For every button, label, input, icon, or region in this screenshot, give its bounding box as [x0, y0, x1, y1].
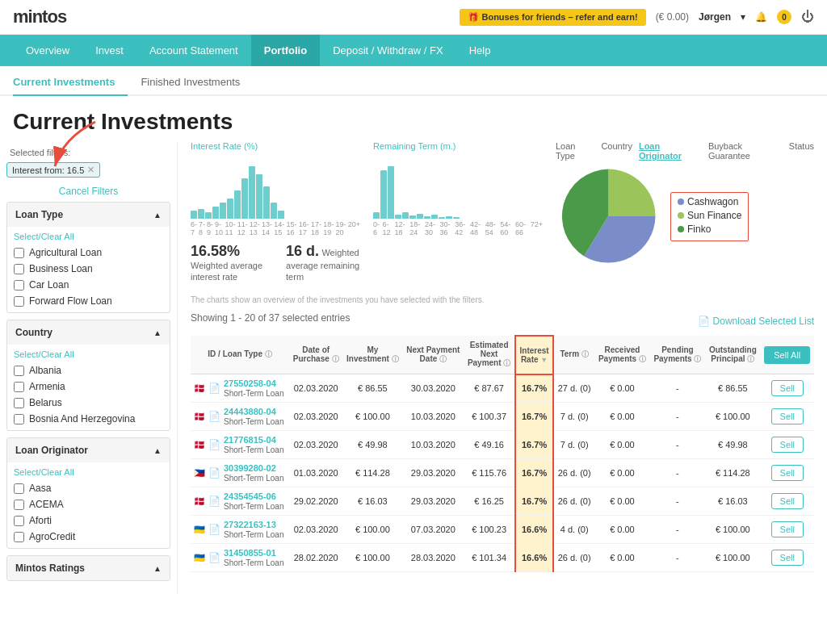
cancel-filters-link[interactable]: Cancel Filters: [6, 186, 170, 197]
sell-button[interactable]: Sell: [771, 437, 804, 453]
country-select-clear[interactable]: Select/Clear All: [14, 349, 163, 359]
sell-button[interactable]: Sell: [771, 493, 804, 509]
doc-icon: 📄: [208, 496, 220, 507]
filter-section-originator-header[interactable]: Loan Originator ▲: [7, 438, 170, 462]
filter-section-loan-type-header[interactable]: Loan Type ▲: [7, 203, 170, 227]
nav-item-portfolio[interactable]: Portfolio: [251, 35, 320, 66]
loan-id[interactable]: 21776815-04: [224, 435, 283, 445]
filter-item-business[interactable]: Business Loan: [14, 261, 163, 277]
loan-id[interactable]: 30399280-02: [224, 463, 283, 473]
notification-icon[interactable]: 🔔: [755, 11, 767, 23]
armenia-checkbox[interactable]: [14, 382, 24, 392]
tab-finished-investments[interactable]: Finished Investments: [141, 69, 253, 94]
filter-item-forward-flow[interactable]: Forward Flow Loan: [14, 293, 163, 309]
cell-investment: € 16.03: [342, 487, 402, 516]
term-bar-6: [409, 215, 416, 219]
acema-checkbox[interactable]: [14, 500, 24, 510]
sell-all-button[interactable]: Sell All: [764, 346, 810, 364]
cell-investment: € 86.55: [342, 374, 402, 403]
selected-filters-label: Selected filters:: [6, 148, 170, 157]
table-row: 🇺🇦 📄 27322163-13 Short-Term Loan 02.03.2…: [191, 516, 814, 544]
sell-button[interactable]: Sell: [771, 521, 804, 537]
filter-section-country-header[interactable]: Country ▲: [7, 320, 170, 345]
sell-button[interactable]: Sell: [771, 550, 804, 566]
filter-item-bosnia[interactable]: Bosnia And Herzegovina: [14, 411, 163, 427]
investment-info-icon[interactable]: ⓘ: [392, 355, 399, 363]
cell-term: 27 d. (0): [553, 374, 594, 403]
filter-item-acema[interactable]: ACEMA: [14, 496, 163, 512]
nav-item-deposit[interactable]: Deposit / Withdraw / FX: [320, 35, 456, 66]
bonus-banner[interactable]: 🎁 Bonuses for friends – refer and earn!: [460, 9, 645, 26]
pie-tab-loan-originator[interactable]: Loan Originator: [639, 141, 702, 161]
filter-item-car[interactable]: Car Loan: [14, 277, 163, 293]
tab-current-investments[interactable]: Current Investments: [13, 69, 128, 96]
cell-id: 🇩🇰 📄 24354545-06 Short-Term Loan: [191, 487, 289, 516]
sell-button[interactable]: Sell: [771, 380, 804, 396]
pie-tab-country[interactable]: Country: [601, 141, 632, 161]
sell-button[interactable]: Sell: [771, 408, 804, 424]
cell-rate: 16.7%: [515, 459, 553, 487]
bosnia-checkbox[interactable]: [14, 414, 24, 424]
rp-info-icon[interactable]: ⓘ: [639, 355, 646, 363]
belarus-checkbox[interactable]: [14, 398, 24, 408]
pie-tab-loan-type[interactable]: Loan Type: [556, 141, 594, 161]
op-info-icon[interactable]: ⓘ: [747, 355, 754, 363]
loan-id[interactable]: 27550258-04: [224, 378, 283, 388]
cell-term: 26 d. (0): [553, 459, 594, 487]
legend-cashwagon: Cashwagon: [678, 196, 741, 207]
nav-item-help[interactable]: Help: [456, 35, 504, 66]
originator-select-clear[interactable]: Select/Clear All: [14, 467, 163, 477]
remaining-term-bars: [373, 154, 543, 219]
id-info-icon[interactable]: ⓘ: [265, 350, 272, 358]
loan-id[interactable]: 24354545-06: [224, 491, 283, 501]
agrocredit-checkbox[interactable]: [14, 532, 24, 542]
filter-item-aasa[interactable]: Aasa: [14, 480, 163, 496]
originator-chevron-up-icon: ▲: [153, 446, 162, 455]
loan-id[interactable]: 24443880-04: [224, 407, 283, 416]
filter-section-loan-type-body: Select/Clear All Agricultural Loan Busin…: [7, 227, 170, 312]
filter-item-armenia[interactable]: Armenia: [14, 378, 163, 395]
filter-item-agricultural[interactable]: Agricultural Loan: [14, 245, 163, 261]
pie-tab-status[interactable]: Status: [789, 141, 814, 161]
date-info-icon[interactable]: ⓘ: [332, 355, 339, 363]
filter-item-albania[interactable]: Albania: [14, 362, 163, 378]
enp-info-icon[interactable]: ⓘ: [503, 359, 510, 367]
pp-info-icon[interactable]: ⓘ: [694, 355, 701, 363]
sell-button[interactable]: Sell: [771, 465, 804, 481]
active-filter-tag[interactable]: Interest from: 16.5 ✕: [6, 162, 100, 178]
agricultural-loan-checkbox[interactable]: [14, 248, 24, 258]
filter-section-loan-type: Loan Type ▲ Select/Clear All Agricultura…: [6, 202, 170, 313]
aforti-checkbox[interactable]: [14, 516, 24, 526]
forward-flow-checkbox[interactable]: [14, 296, 24, 307]
term-info-icon[interactable]: ⓘ: [581, 350, 589, 358]
loan-id[interactable]: 27322163-13: [224, 520, 283, 529]
loan-type-select-clear[interactable]: Select/Clear All: [14, 232, 163, 241]
user-name[interactable]: Jørgen: [699, 11, 731, 23]
filter-item-belarus[interactable]: Belarus: [14, 395, 163, 411]
filter-tag-close-icon[interactable]: ✕: [87, 165, 94, 175]
filter-item-agrocredit[interactable]: AgroCredit: [14, 529, 163, 545]
albania-checkbox[interactable]: [14, 366, 24, 376]
cell-received: € 0.00: [594, 544, 649, 572]
nav-item-invest[interactable]: Invest: [82, 35, 136, 66]
loan-id[interactable]: 31450855-01: [224, 548, 283, 558]
car-loan-checkbox[interactable]: [14, 280, 24, 291]
col-next-payment-date: Next PaymentDate ⓘ: [402, 336, 464, 374]
cell-outstanding: € 86.55: [705, 374, 760, 403]
filter-item-aforti[interactable]: Aforti: [14, 512, 163, 529]
npd-info-icon[interactable]: ⓘ: [439, 355, 447, 363]
power-icon[interactable]: ⏻: [801, 10, 814, 24]
cell-pending: -: [650, 516, 705, 544]
nav-item-overview[interactable]: Overview: [13, 35, 82, 66]
cell-pending: -: [650, 374, 705, 403]
nav-item-account-statement[interactable]: Account Statement: [136, 35, 251, 66]
col-interest-rate[interactable]: InterestRate ▼: [515, 336, 553, 374]
cell-next-date: 10.03.2020: [402, 431, 464, 459]
doc-icon: 📄: [208, 383, 220, 394]
aasa-checkbox[interactable]: [14, 483, 24, 494]
pie-tab-buyback[interactable]: Buyback Guarantee: [708, 141, 783, 161]
download-selected-link[interactable]: 📄 Download Selected List: [698, 316, 814, 327]
business-loan-checkbox[interactable]: [14, 264, 24, 274]
filter-section-ratings-header[interactable]: Mintos Ratings ▲: [7, 556, 170, 580]
term-bar-2: [380, 170, 387, 219]
